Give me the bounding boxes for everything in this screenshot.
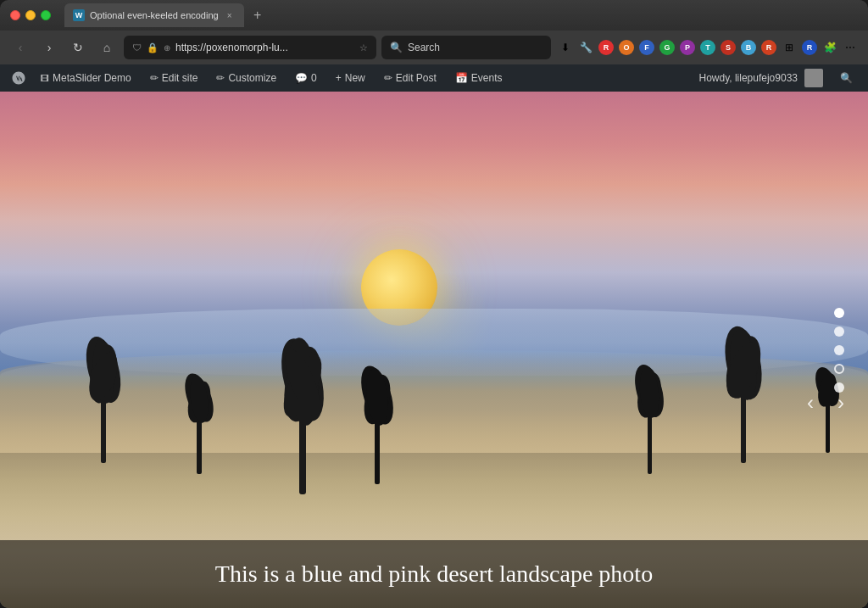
wp-admin-item-events[interactable]: 📅 Events [447, 64, 511, 92]
ext-7-icon[interactable]: R [760, 38, 778, 57]
traffic-lights [10, 10, 51, 20]
wp-admin-item-customize[interactable]: ✏ Customize [208, 64, 285, 92]
home-icon: ⌂ [103, 41, 110, 54]
search-bar[interactable]: 🔍 Search [381, 36, 551, 59]
wp-admin-item-edit-site[interactable]: ✏ Edit site [142, 64, 207, 92]
plant-left-2 [174, 364, 225, 474]
customize-icon: ✏ [216, 72, 225, 84]
browser-window: W Optional even-keeled encoding × + ‹ › … [0, 0, 868, 608]
metaslider-icon: 🎞 [41, 74, 49, 83]
plant-center [260, 325, 345, 494]
wrench-icon[interactable]: 🔧 [576, 38, 595, 57]
reload-button[interactable]: ↻ [66, 36, 90, 59]
howdy-text: Howdy, lilepufejo9033 [698, 72, 798, 84]
tab-bar: W Optional even-keeled encoding × + [64, 3, 858, 27]
address-bar[interactable]: 🛡 🔒 ⊕ https://poxenomorph-lu... ☆ [124, 36, 376, 59]
events-icon: 📅 [455, 72, 468, 84]
wordpress-icon [11, 70, 26, 86]
slider-dots [834, 308, 844, 393]
shield-icon: 🛡 [132, 42, 142, 53]
new-label: New [345, 72, 365, 84]
back-icon: ‹ [19, 41, 23, 54]
comments-icon: 💬 [295, 72, 308, 84]
r-ext-icon[interactable]: R [800, 38, 819, 57]
slider-dot-3[interactable] [834, 345, 844, 355]
wp-admin-bar: 🎞 MetaSlider Demo ✏ Edit site ✏ Customiz… [0, 64, 868, 92]
edit-site-icon: ✏ [150, 72, 159, 84]
slider-dot-4[interactable] [834, 364, 844, 374]
tab-title: Optional even-keeled encoding [90, 10, 219, 20]
next-arrow-icon: › [837, 391, 844, 415]
tracking-icon: ⊕ [164, 43, 170, 53]
active-tab[interactable]: W Optional even-keeled encoding × [64, 3, 244, 27]
close-button[interactable] [10, 10, 20, 20]
back-button[interactable]: ‹ [8, 36, 32, 59]
avatar [804, 69, 823, 87]
forward-button[interactable]: › [37, 36, 61, 59]
ext-5-icon[interactable]: S [719, 38, 737, 57]
edit-post-label: Edit Post [396, 72, 437, 84]
ext-2-icon[interactable]: G [658, 38, 676, 57]
search-label: Search [408, 42, 440, 53]
wp-admin-item-metaslider[interactable]: 🎞 MetaSlider Demo [32, 64, 140, 92]
tab-favicon: W [73, 9, 85, 21]
new-icon: + [336, 72, 342, 84]
plant-right-2 [622, 355, 677, 474]
prev-arrow-icon: ‹ [807, 391, 814, 415]
next-arrow[interactable]: › [829, 391, 853, 415]
home-button[interactable]: ⌂ [95, 36, 119, 59]
wp-admin-item-comments[interactable]: 💬 0 [287, 64, 326, 92]
plant-left-1 [70, 327, 137, 463]
minimize-button[interactable] [25, 10, 36, 20]
plant-right-1 [705, 319, 782, 463]
plant-center-2 [348, 357, 407, 484]
metaslider-label: MetaSlider Demo [53, 72, 131, 84]
new-tab-button[interactable]: + [248, 5, 268, 25]
ext-red-icon[interactable]: R [597, 38, 615, 57]
comments-count: 0 [311, 72, 317, 84]
slider-dot-1[interactable] [834, 308, 844, 318]
edit-post-icon: ✏ [384, 72, 392, 84]
wp-search-icon: 🔍 [840, 72, 853, 84]
slider-dot-2[interactable] [834, 326, 844, 337]
prev-arrow[interactable]: ‹ [798, 391, 822, 415]
title-bar: W Optional even-keeled encoding × + [0, 0, 868, 31]
ext-4-icon[interactable]: T [698, 38, 717, 57]
lock-icon: 🔒 [147, 42, 159, 53]
wp-admin-item-edit-post[interactable]: ✏ Edit Post [376, 64, 445, 92]
star-icon[interactable]: ☆ [359, 42, 368, 53]
ext-3-icon[interactable]: P [678, 38, 697, 57]
edit-site-label: Edit site [162, 72, 198, 84]
search-icon: 🔍 [390, 42, 403, 53]
ext-orange-icon[interactable]: O [617, 38, 636, 57]
wp-admin-bar-right: Howdy, lilepufejo9033 🔍 [690, 64, 861, 92]
grid-icon[interactable]: ⊞ [780, 38, 798, 57]
tab-close-button[interactable]: × [224, 9, 236, 21]
slider-container[interactable]: This is a blue and pink desert landscape… [0, 92, 868, 608]
url-text: https://poxenomorph-lu... [175, 42, 354, 53]
wp-logo[interactable] [7, 64, 31, 92]
slider-arrows: ‹ › [798, 391, 853, 415]
howdy-item[interactable]: Howdy, lilepufejo9033 [690, 64, 832, 92]
more-icon[interactable]: ⋯ [841, 38, 860, 57]
maximize-button[interactable] [41, 10, 51, 20]
toolbar-icons: ⬇ 🔧 R O F G P T S [556, 38, 860, 57]
customize-label: Customize [228, 72, 276, 84]
nav-bar: ‹ › ↻ ⌂ 🛡 🔒 ⊕ https://poxenomorph-lu... … [0, 31, 868, 64]
reload-icon: ↻ [73, 41, 83, 54]
wp-search-button[interactable]: 🔍 [832, 64, 861, 92]
wp-admin-item-new[interactable]: + New [327, 64, 374, 92]
ext-1-icon[interactable]: F [637, 38, 656, 57]
puzzle-icon[interactable]: 🧩 [821, 38, 839, 57]
events-label: Events [471, 72, 503, 84]
ext-6-icon[interactable]: B [739, 38, 758, 57]
caption-text: This is a blue and pink desert landscape… [215, 561, 653, 588]
download-icon[interactable]: ⬇ [556, 38, 575, 57]
forward-icon: › [47, 41, 52, 54]
slider-image [0, 92, 868, 608]
caption-bar: This is a blue and pink desert landscape… [0, 540, 868, 608]
